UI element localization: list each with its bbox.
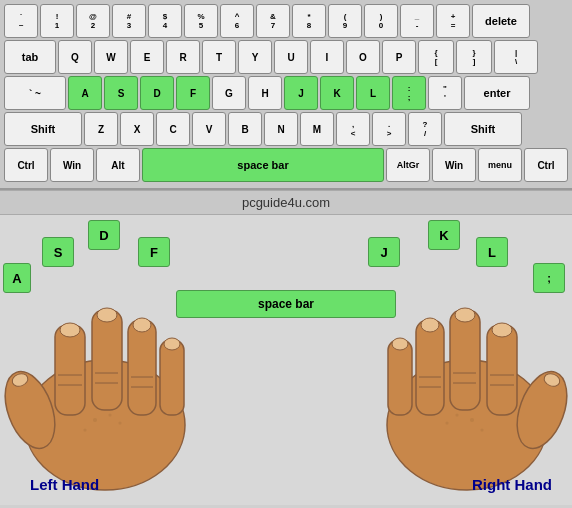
left-hand-container: Left Hand (0, 265, 240, 495)
svg-rect-26 (487, 325, 517, 415)
key-m[interactable]: M (300, 112, 334, 146)
key-equals[interactable]: += (436, 4, 470, 38)
svg-point-35 (421, 318, 439, 332)
key-6[interactable]: ^6 (220, 4, 254, 38)
key-menu[interactable]: menu (478, 148, 522, 182)
key-2[interactable]: @2 (76, 4, 110, 38)
svg-rect-2 (55, 325, 85, 415)
key-space[interactable]: space bar (142, 148, 384, 182)
key-p[interactable]: P (382, 40, 416, 74)
key-3[interactable]: #3 (112, 4, 146, 38)
website-url: pcguide4u.com (242, 195, 330, 210)
svg-point-38 (470, 418, 474, 422)
left-hand-svg (0, 265, 240, 495)
key-k[interactable]: K (320, 76, 354, 110)
svg-rect-5 (160, 340, 184, 415)
key-lalt[interactable]: Alt (96, 148, 140, 182)
key-tilde[interactable]: `~ (4, 4, 38, 38)
key-a[interactable]: A (68, 76, 102, 110)
key-w[interactable]: W (94, 40, 128, 74)
key-rctrl[interactable]: Ctrl (524, 148, 568, 182)
svg-point-12 (60, 323, 80, 337)
key-n[interactable]: N (264, 112, 298, 146)
svg-point-15 (164, 338, 180, 350)
key-5[interactable]: %5 (184, 4, 218, 38)
key-z[interactable]: Z (84, 112, 118, 146)
key-t[interactable]: T (202, 40, 236, 74)
key-row-numbers: `~ !1 @2 #3 $4 %5 ^6 &7 *8 (9 )0 _- += d… (4, 4, 568, 38)
key-rshift[interactable]: Shift (444, 112, 522, 146)
key-g[interactable]: G (212, 76, 246, 110)
svg-point-36 (392, 338, 408, 350)
key-7[interactable]: &7 (256, 4, 290, 38)
svg-point-33 (492, 323, 512, 337)
key-lshift[interactable]: Shift (4, 112, 82, 146)
key-b[interactable]: B (228, 112, 262, 146)
key-rwin[interactable]: Win (432, 148, 476, 182)
svg-rect-25 (450, 310, 480, 410)
key-i[interactable]: I (310, 40, 344, 74)
key-row-asdf: ` ~ A S D F G H J K L :; "' enter (4, 76, 568, 110)
key-rbracket[interactable]: }] (456, 40, 492, 74)
svg-point-41 (481, 429, 484, 432)
svg-rect-3 (92, 310, 122, 410)
key-semicolon[interactable]: :; (392, 76, 426, 110)
key-d[interactable]: D (140, 76, 174, 110)
key-y[interactable]: Y (238, 40, 272, 74)
svg-point-13 (97, 308, 117, 322)
key-q[interactable]: Q (58, 40, 92, 74)
svg-rect-4 (128, 320, 156, 415)
hands-section: A S D F J K L ; space bar (0, 215, 572, 505)
key-row-qwerty: tab Q W E R T Y U I O P {[ }] |\ (4, 40, 568, 74)
key-r[interactable]: R (166, 40, 200, 74)
key-0[interactable]: )0 (364, 4, 398, 38)
key-8[interactable]: *8 (292, 4, 326, 38)
key-c[interactable]: C (156, 112, 190, 146)
key-lbracket[interactable]: {[ (418, 40, 454, 74)
key-j[interactable]: J (284, 76, 318, 110)
svg-point-39 (456, 414, 459, 417)
svg-point-17 (93, 418, 97, 422)
key-tab[interactable]: tab (4, 40, 56, 74)
key-h[interactable]: H (248, 76, 282, 110)
key-1[interactable]: !1 (40, 4, 74, 38)
floating-key-k: K (428, 220, 460, 250)
svg-point-40 (446, 422, 449, 425)
website-bar: pcguide4u.com (0, 190, 572, 215)
svg-point-34 (455, 308, 475, 322)
svg-rect-23 (388, 340, 412, 415)
svg-point-14 (133, 318, 151, 332)
key-altgr[interactable]: AltGr (386, 148, 430, 182)
key-e[interactable]: E (130, 40, 164, 74)
key-x[interactable]: X (120, 112, 154, 146)
key-s[interactable]: S (104, 76, 138, 110)
key-f[interactable]: F (176, 76, 210, 110)
key-capslock[interactable]: ` ~ (4, 76, 66, 110)
right-hand-container: Right Hand (332, 265, 572, 495)
key-enter[interactable]: enter (464, 76, 530, 110)
key-9[interactable]: (9 (328, 4, 362, 38)
right-hand-svg (332, 265, 572, 495)
key-v[interactable]: V (192, 112, 226, 146)
key-lwin[interactable]: Win (50, 148, 94, 182)
key-l[interactable]: L (356, 76, 390, 110)
key-period[interactable]: .> (372, 112, 406, 146)
svg-point-20 (84, 429, 87, 432)
key-quote[interactable]: "' (428, 76, 462, 110)
svg-point-19 (119, 422, 122, 425)
key-slash[interactable]: ?/ (408, 112, 442, 146)
svg-point-18 (109, 414, 112, 417)
key-lctrl[interactable]: Ctrl (4, 148, 48, 182)
key-row-bottom: Ctrl Win Alt space bar AltGr Win menu Ct… (4, 148, 568, 182)
floating-key-j: J (368, 237, 400, 267)
key-minus[interactable]: _- (400, 4, 434, 38)
floating-key-f: F (138, 237, 170, 267)
keyboard-section: `~ !1 @2 #3 $4 %5 ^6 &7 *8 (9 )0 _- += d… (0, 0, 572, 190)
key-comma[interactable]: ,< (336, 112, 370, 146)
svg-rect-24 (416, 320, 444, 415)
key-backslash[interactable]: |\ (494, 40, 538, 74)
key-o[interactable]: O (346, 40, 380, 74)
key-4[interactable]: $4 (148, 4, 182, 38)
key-delete[interactable]: delete (472, 4, 530, 38)
key-u[interactable]: U (274, 40, 308, 74)
